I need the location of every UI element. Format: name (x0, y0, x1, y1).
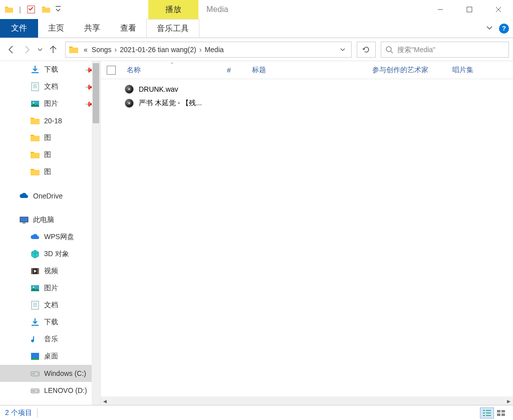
tree-item[interactable]: 图 (0, 163, 100, 180)
back-button[interactable] (4, 43, 18, 57)
folder-icon (30, 150, 40, 160)
column-album[interactable]: 唱片集 (447, 66, 478, 75)
tree-item[interactable]: 下载📌 (0, 61, 100, 78)
file-row[interactable]: DRUNK.wav (101, 82, 513, 96)
navigation-tree[interactable]: 下载📌文档📌图片📌20-18图图图OneDrive此电脑WPS网盘3D 对象视频… (0, 61, 100, 405)
chevron-right-icon[interactable]: › (114, 46, 118, 54)
qat-properties-icon[interactable] (24, 3, 38, 17)
drive-icon (30, 368, 40, 378)
maximize-button[interactable] (455, 0, 484, 19)
breadcrumb-item[interactable]: 2021-01-26 tian wang(2) (118, 46, 198, 54)
tab-file[interactable]: 文件 (0, 19, 38, 38)
scroll-right-icon[interactable]: ▸ (504, 396, 513, 405)
svg-rect-28 (486, 415, 491, 416)
tree-item[interactable]: 3D 对象 (0, 246, 100, 263)
tree-item[interactable]: LENOVO (D:) (0, 382, 100, 399)
tree-item[interactable]: Windows (C:) (0, 365, 100, 382)
tree-item-label: OneDrive (33, 192, 63, 200)
forward-button[interactable] (20, 43, 34, 57)
download-icon (30, 65, 40, 75)
qat-new-folder-icon[interactable] (39, 3, 53, 17)
tree-item-label: 图 (44, 133, 51, 142)
tree-item[interactable]: 下载 (0, 314, 100, 331)
tree-item[interactable]: 图 (0, 129, 100, 146)
tree-item[interactable]: 视频 (0, 263, 100, 280)
svg-rect-29 (497, 410, 500, 412)
titlebar: | 播放 Media (0, 0, 513, 19)
svg-rect-32 (501, 413, 505, 416)
column-title[interactable]: 标题 (247, 66, 367, 75)
large-icons-view-button[interactable] (494, 407, 508, 418)
svg-rect-23 (483, 410, 485, 411)
column-artist[interactable]: 参与创作的艺术家 (367, 66, 447, 75)
tree-item[interactable]: 桌面 (0, 348, 100, 365)
tree-item[interactable]: OneDrive (0, 187, 100, 204)
tree-item[interactable]: 文档📌 (0, 78, 100, 95)
file-list[interactable]: DRUNK.wav严书 木延觉 - 【残... (101, 79, 513, 396)
svg-rect-2 (467, 7, 472, 12)
tree-item-label: WPS网盘 (44, 233, 74, 242)
tree-item[interactable]: 图片📌 (0, 95, 100, 112)
column-headers: ⌃名称 # 标题 参与创作的艺术家 唱片集 (101, 61, 513, 79)
tree-item-label: 图片 (44, 99, 58, 108)
tab-home[interactable]: 主页 (38, 19, 74, 38)
refresh-button[interactable] (357, 42, 376, 58)
qat-dropdown-icon[interactable] (54, 3, 62, 17)
column-number[interactable]: # (222, 66, 247, 74)
tree-scrollbar[interactable] (92, 61, 100, 405)
scrollbar-thumb[interactable] (93, 63, 99, 123)
tree-item-label: 下载 (44, 318, 58, 327)
quick-access-toolbar: | (0, 0, 64, 19)
search-input[interactable] (397, 46, 504, 54)
content-pane: ⌃名称 # 标题 参与创作的艺术家 唱片集 DRUNK.wav严书 木延觉 - … (100, 61, 513, 405)
breadcrumb-item[interactable]: Songs (90, 46, 114, 54)
svg-point-21 (37, 390, 38, 391)
wps-icon (30, 232, 40, 242)
pic-icon (30, 99, 40, 109)
address-bar[interactable]: « Songs › 2021-01-26 tian wang(2) › Medi… (65, 42, 352, 58)
tree-item[interactable]: 图片 (0, 280, 100, 297)
tree-item[interactable]: 20-18 (0, 112, 100, 129)
doc-icon (30, 82, 40, 92)
svg-rect-26 (486, 412, 491, 413)
pc-icon (19, 215, 29, 225)
tree-item[interactable]: 音乐 (0, 331, 100, 348)
svg-rect-7 (20, 217, 28, 222)
breadcrumb-item[interactable]: Media (202, 46, 225, 54)
tree-item-label: 下载 (44, 65, 58, 74)
chevron-right-icon[interactable]: › (198, 46, 203, 54)
context-tab-play[interactable]: 播放 (148, 0, 198, 19)
tree-item[interactable]: 文档 (0, 297, 100, 314)
breadcrumb-overflow[interactable]: « (82, 46, 90, 54)
column-name[interactable]: ⌃名称 (122, 66, 222, 75)
close-button[interactable] (484, 0, 513, 19)
tree-item[interactable]: 此电脑 (0, 212, 100, 229)
svg-rect-27 (483, 415, 485, 416)
select-all-checkbox[interactable] (107, 66, 116, 75)
tree-item[interactable]: 图 (0, 146, 100, 163)
tree-item[interactable]: WPS网盘 (0, 229, 100, 246)
file-row[interactable]: 严书 木延觉 - 【残... (101, 96, 513, 110)
ribbon-collapse-icon[interactable] (486, 24, 493, 33)
address-dropdown-icon[interactable] (337, 46, 348, 54)
desktop-icon (30, 351, 40, 361)
file-name: 严书 木延觉 - 【残... (139, 99, 202, 108)
window-title: Media (198, 0, 426, 19)
tree-item-label: 桌面 (44, 352, 58, 361)
up-button[interactable] (46, 43, 60, 57)
minimize-button[interactable] (426, 0, 455, 19)
horizontal-scrollbar[interactable]: ◂ ▸ (101, 396, 513, 405)
recent-dropdown-icon[interactable] (36, 43, 44, 57)
window-controls (426, 0, 513, 19)
svg-rect-10 (31, 268, 33, 274)
scroll-left-icon[interactable]: ◂ (101, 396, 109, 405)
svg-point-13 (33, 287, 35, 288)
help-icon[interactable]: ? (499, 24, 509, 34)
tree-item-label: Windows (C:) (44, 369, 86, 377)
tab-share[interactable]: 共享 (74, 19, 110, 38)
search-box[interactable] (381, 42, 509, 58)
details-view-button[interactable] (480, 407, 494, 418)
qat-folder-icon[interactable] (2, 3, 16, 17)
tab-music-tools[interactable]: 音乐工具 (146, 19, 199, 38)
tab-view[interactable]: 查看 (110, 19, 146, 38)
